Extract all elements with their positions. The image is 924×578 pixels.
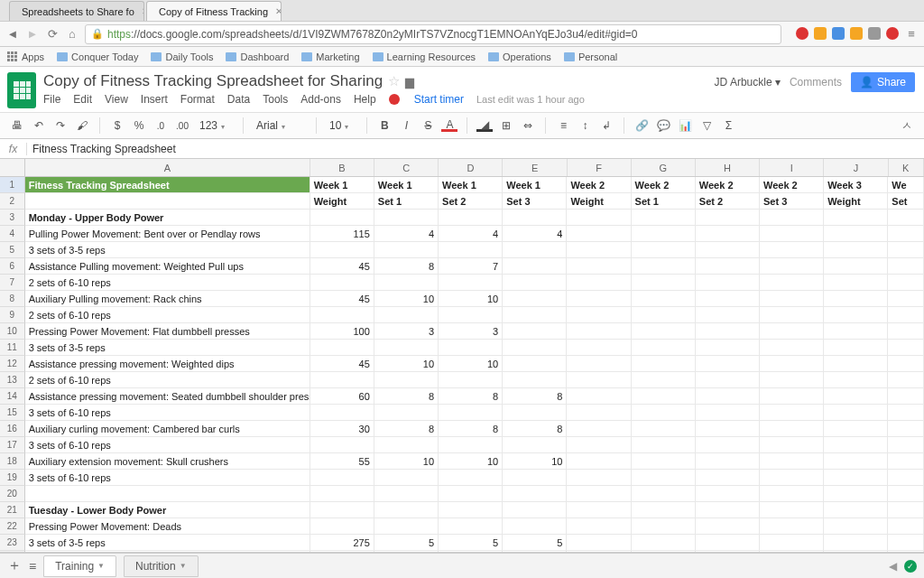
cell[interactable]: 8: [503, 388, 567, 405]
cell[interactable]: Week 2: [632, 177, 696, 193]
cell[interactable]: [632, 356, 696, 372]
cell[interactable]: [760, 535, 824, 551]
cell[interactable]: [696, 210, 760, 226]
cell[interactable]: [760, 405, 824, 421]
user-name[interactable]: JD Arbuckle ▾: [715, 76, 781, 89]
cell[interactable]: [374, 486, 439, 502]
cell[interactable]: 10: [374, 453, 439, 470]
cell[interactable]: [310, 242, 374, 258]
cell[interactable]: [824, 372, 888, 388]
cell[interactable]: [824, 405, 888, 421]
cell[interactable]: [824, 502, 888, 518]
cell[interactable]: [696, 275, 760, 291]
cell[interactable]: [760, 437, 824, 453]
last-edit-label[interactable]: Last edit was 1 hour ago: [476, 94, 585, 105]
cell[interactable]: [824, 258, 888, 275]
cell[interactable]: [503, 340, 567, 356]
row-header[interactable]: 16: [0, 421, 25, 437]
address-bar[interactable]: 🔒 https ://docs.google.com/spreadsheets/…: [85, 24, 781, 44]
row-header[interactable]: 23: [0, 535, 25, 551]
cell[interactable]: [888, 275, 924, 291]
doc-title[interactable]: Copy of Fitness Tracking Spreadsheet for…: [43, 72, 383, 90]
row-header[interactable]: 7: [0, 275, 25, 291]
cell[interactable]: [824, 535, 888, 551]
italic-icon[interactable]: I: [398, 117, 414, 134]
row-header[interactable]: 17: [0, 437, 25, 453]
cell[interactable]: Auxiliary curling movement: Cambered bar…: [25, 421, 310, 437]
cell[interactable]: [888, 421, 924, 437]
cell[interactable]: [567, 372, 631, 388]
cell[interactable]: [696, 356, 760, 372]
cell[interactable]: [632, 323, 696, 340]
cell[interactable]: [567, 226, 631, 242]
ext-icon[interactable]: [832, 27, 845, 40]
cell[interactable]: [760, 323, 824, 340]
cell[interactable]: [567, 307, 631, 323]
merge-icon[interactable]: ⇔: [520, 117, 536, 134]
row-header[interactable]: 21: [0, 502, 25, 518]
cell[interactable]: [696, 291, 760, 307]
cell[interactable]: [310, 502, 374, 518]
cell[interactable]: [374, 502, 439, 518]
cell[interactable]: [888, 437, 924, 453]
cell[interactable]: [439, 551, 503, 552]
cell[interactable]: [888, 291, 924, 307]
cell[interactable]: [503, 275, 567, 291]
strike-icon[interactable]: S: [420, 117, 436, 134]
chart-icon[interactable]: 📊: [677, 117, 693, 134]
star-icon[interactable]: ☆: [388, 73, 400, 89]
cell[interactable]: 10: [503, 453, 567, 470]
cell[interactable]: [824, 437, 888, 453]
cell[interactable]: [439, 486, 503, 502]
sync-status-icon[interactable]: ✓: [904, 560, 917, 573]
cell[interactable]: [696, 421, 760, 437]
cell[interactable]: [888, 502, 924, 518]
column-header[interactable]: F: [568, 159, 632, 176]
row-header[interactable]: 2: [0, 193, 25, 210]
print-icon[interactable]: 🖶: [9, 117, 25, 134]
cell[interactable]: 45: [310, 258, 374, 275]
cell[interactable]: Week 2: [760, 177, 824, 193]
cell[interactable]: [374, 340, 439, 356]
cell[interactable]: Assistance Pulling movement: Weighted Pu…: [25, 258, 310, 275]
redo-icon[interactable]: ↷: [52, 117, 69, 134]
bookmark-folder[interactable]: Learning Resources: [373, 51, 476, 62]
currency-icon[interactable]: $: [109, 117, 125, 134]
cell[interactable]: [632, 405, 696, 421]
add-sheet-button[interactable]: ＋: [7, 556, 22, 575]
cell[interactable]: We: [888, 177, 924, 193]
cell[interactable]: [760, 307, 824, 323]
cell[interactable]: [310, 518, 374, 535]
cell[interactable]: [888, 323, 924, 340]
cell[interactable]: 3 sets of 3-5 reps: [25, 242, 310, 258]
cell[interactable]: [439, 502, 503, 518]
browser-tab[interactable]: Copy of Fitness Tracking ✕: [146, 1, 282, 21]
cell[interactable]: [567, 356, 631, 372]
cell[interactable]: [374, 551, 439, 552]
cell[interactable]: [760, 258, 824, 275]
column-header[interactable]: I: [760, 159, 824, 176]
cell[interactable]: [696, 535, 760, 551]
cell[interactable]: [888, 226, 924, 242]
cell[interactable]: [439, 518, 503, 535]
cell[interactable]: [760, 291, 824, 307]
cell[interactable]: [760, 518, 824, 535]
cell[interactable]: 2 sets of 6-10 reps: [25, 275, 310, 291]
cell[interactable]: [824, 291, 888, 307]
cell[interactable]: 3 sets of 6-10 reps: [25, 470, 310, 486]
cell[interactable]: [824, 323, 888, 340]
cell[interactable]: [567, 421, 631, 437]
home-icon[interactable]: ⌂: [65, 27, 79, 42]
select-all-corner[interactable]: [0, 159, 25, 176]
cell[interactable]: Tuesday - Lower Body Power: [25, 502, 310, 518]
cell[interactable]: 7: [439, 258, 503, 275]
cell[interactable]: 2 sets of 6-10 reps: [25, 307, 310, 323]
row-header[interactable]: 14: [0, 388, 25, 405]
row-header[interactable]: 10: [0, 323, 25, 340]
row-header[interactable]: 20: [0, 486, 25, 502]
cell[interactable]: [632, 535, 696, 551]
cell[interactable]: [439, 437, 503, 453]
bookmark-folder[interactable]: Marketing: [301, 51, 359, 62]
align-h-icon[interactable]: ≡: [555, 117, 571, 134]
all-sheets-button[interactable]: ≡: [29, 559, 36, 573]
